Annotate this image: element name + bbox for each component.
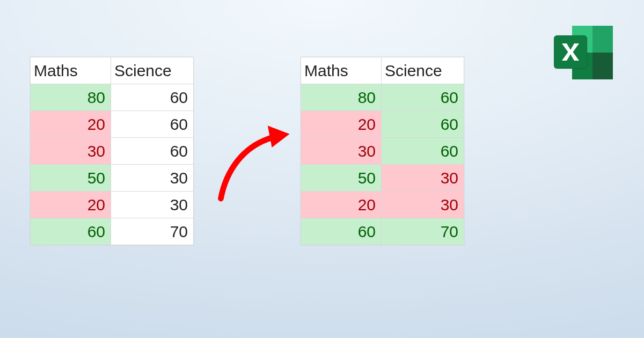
table-before: Maths Science 80 60 20 60 30 60 50 30 20… <box>30 57 194 245</box>
cell-maths: 60 <box>301 218 382 245</box>
cell-maths: 20 <box>301 111 382 138</box>
table-row: 60 70 <box>31 218 194 245</box>
table-row: 30 60 <box>31 138 194 165</box>
cell-maths: 80 <box>301 84 382 111</box>
svg-rect-3 <box>592 53 613 79</box>
col-header-maths: Maths <box>301 57 382 84</box>
cell-science: 30 <box>111 192 194 218</box>
table-header-row: Maths Science <box>31 57 194 84</box>
curved-arrow-right-icon <box>211 118 300 209</box>
cell-science: 30 <box>382 192 464 218</box>
table-after: Maths Science 80 60 20 60 30 60 50 30 20… <box>301 57 464 245</box>
table-row: 60 70 <box>301 218 464 245</box>
cell-science: 60 <box>111 111 194 138</box>
table-row: 30 60 <box>301 138 464 165</box>
cell-science: 30 <box>111 165 194 192</box>
cell-maths: 80 <box>31 84 111 111</box>
cell-maths: 20 <box>31 192 111 218</box>
canvas: Maths Science 80 60 20 60 30 60 50 30 20… <box>0 0 644 338</box>
table-row: 20 60 <box>31 111 194 138</box>
cell-maths: 20 <box>31 111 111 138</box>
table-row: 80 60 <box>31 84 194 111</box>
cell-maths: 50 <box>301 165 382 192</box>
table-header-row: Maths Science <box>301 57 464 84</box>
cell-science: 60 <box>111 138 194 165</box>
cell-maths: 20 <box>301 192 382 218</box>
excel-icon <box>554 26 613 79</box>
table-row: 80 60 <box>301 84 464 111</box>
table-row: 50 30 <box>31 165 194 192</box>
cell-maths: 50 <box>31 165 111 192</box>
col-header-maths: Maths <box>31 57 111 84</box>
table-row: 50 30 <box>301 165 464 192</box>
cell-science: 70 <box>382 218 464 245</box>
cell-science: 30 <box>382 165 464 192</box>
svg-rect-2 <box>592 26 613 53</box>
cell-science: 60 <box>111 84 194 111</box>
cell-maths: 60 <box>31 218 111 245</box>
cell-maths: 30 <box>31 138 111 165</box>
table-row: 20 60 <box>301 111 464 138</box>
cell-science: 60 <box>382 111 464 138</box>
col-header-science: Science <box>382 57 464 84</box>
cell-science: 70 <box>111 218 194 245</box>
cell-science: 60 <box>382 138 464 165</box>
table-row: 20 30 <box>301 192 464 218</box>
cell-maths: 30 <box>301 138 382 165</box>
cell-science: 60 <box>382 84 464 111</box>
col-header-science: Science <box>111 57 194 84</box>
table-row: 20 30 <box>31 192 194 218</box>
